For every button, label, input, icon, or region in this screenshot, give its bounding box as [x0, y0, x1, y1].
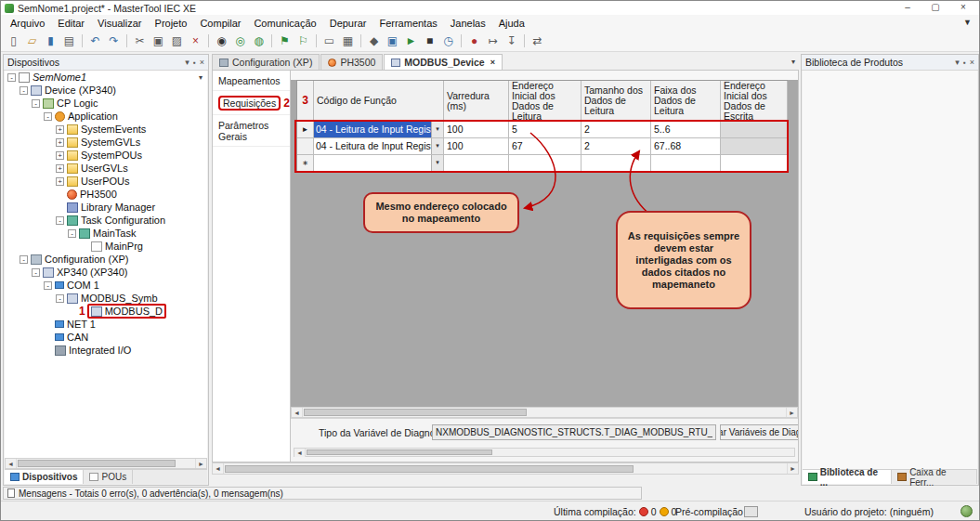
- new-project-icon[interactable]: ▯: [5, 33, 22, 50]
- nav-mapeamentos[interactable]: Mapeamentos: [213, 71, 290, 91]
- expand-icon[interactable]: -: [20, 255, 28, 264]
- tree-item-configuration-xp[interactable]: - Configuration (XP): [5, 253, 207, 266]
- messages-view-icon[interactable]: ▭: [320, 33, 338, 50]
- tab-dispositivos[interactable]: Dispositivos: [5, 470, 84, 484]
- scroll-left-icon[interactable]: ◄: [294, 449, 306, 457]
- print-icon[interactable]: ▤: [60, 33, 78, 50]
- varredura-cell[interactable]: [444, 155, 509, 172]
- scroll-left-icon[interactable]: ◄: [213, 463, 224, 474]
- scroll-right-icon[interactable]: ►: [787, 463, 798, 474]
- tab-modbus-device[interactable]: MODBUS_Device ×: [384, 54, 503, 70]
- open-project-icon[interactable]: ▱: [23, 33, 41, 50]
- tamanho-cell[interactable]: 2: [581, 122, 651, 138]
- tamanho-cell[interactable]: 2: [581, 138, 651, 155]
- menu-depurar[interactable]: Depurar: [323, 17, 373, 30]
- menu-projeto[interactable]: Projeto: [149, 17, 194, 30]
- tree-item-semnome1[interactable]: - SemNome1 ▾: [5, 71, 207, 84]
- start-icon[interactable]: ►: [402, 33, 420, 50]
- funcao-dropdown[interactable]: 04 - Leitura de Input Registers ▾: [314, 138, 444, 155]
- panel-dropdown-icon[interactable]: ▾: [955, 56, 960, 70]
- endereco-leitura-cell[interactable]: 67: [509, 138, 581, 155]
- expand-icon[interactable]: -: [44, 112, 52, 121]
- tree-item-device[interactable]: - Device (XP340): [5, 84, 207, 97]
- expand-icon[interactable]: +: [56, 177, 64, 186]
- row-selector[interactable]: [297, 138, 314, 155]
- funcao-dropdown[interactable]: ▾: [314, 155, 444, 172]
- tab-biblioteca[interactable]: Biblioteca de ...: [803, 470, 892, 484]
- funcao-dropdown[interactable]: 04 - Leitura de Input Registers ▾: [314, 122, 444, 138]
- scroll-left-icon[interactable]: ◄: [6, 459, 17, 468]
- tree-item-systempous[interactable]: + SystemPOUs: [5, 149, 207, 162]
- expand-icon[interactable]: -: [32, 99, 40, 108]
- tab-configuration-xp[interactable]: Configuration (XP): [212, 54, 320, 70]
- faixa-cell[interactable]: 5..6: [651, 122, 721, 138]
- tree-item-userpous[interactable]: + UserPOUs: [5, 175, 207, 188]
- redo-icon[interactable]: ↷: [105, 33, 123, 50]
- expand-icon[interactable]: -: [56, 216, 64, 225]
- tree-item-modbus-symbol[interactable]: - MODBUS_Symb: [5, 292, 207, 305]
- scroll-thumb[interactable]: [304, 409, 527, 416]
- expand-icon[interactable]: [44, 346, 52, 355]
- expand-icon[interactable]: +: [56, 164, 64, 173]
- tab-pous[interactable]: POUs: [84, 470, 133, 484]
- menu-ferramentas[interactable]: Ferramentas: [372, 17, 443, 30]
- expand-icon[interactable]: [44, 320, 52, 329]
- paste-icon[interactable]: ▨: [168, 33, 186, 50]
- menu-compilar[interactable]: Compilar: [193, 17, 247, 30]
- chevron-down-icon[interactable]: ▾: [431, 155, 443, 171]
- new-row-selector[interactable]: ∗: [297, 155, 314, 172]
- varredura-cell[interactable]: 100: [444, 138, 509, 155]
- tab-ph3500[interactable]: PH3500: [320, 54, 383, 70]
- tree-item-can[interactable]: CAN: [5, 331, 207, 344]
- expand-icon[interactable]: -: [44, 281, 52, 290]
- expand-icon[interactable]: -: [68, 229, 76, 238]
- tree-item-usergvls[interactable]: + UserGVLs: [5, 162, 207, 175]
- tree-item-com1[interactable]: - COM 1: [5, 279, 207, 292]
- diagnostics-hscrollbar[interactable]: ◄: [294, 448, 795, 457]
- search-in-files-icon[interactable]: ◎: [231, 33, 249, 50]
- expand-icon[interactable]: [56, 203, 64, 212]
- expand-icon[interactable]: +: [56, 125, 64, 134]
- expand-icon[interactable]: -: [20, 86, 28, 95]
- menu-visualizar[interactable]: Visualizar: [91, 17, 149, 30]
- nav-requisicoes[interactable]: Requisições 2: [213, 91, 290, 115]
- tree-root-dropdown-icon[interactable]: ▾: [199, 73, 203, 82]
- endereco-leitura-cell[interactable]: 5: [509, 122, 581, 138]
- scroll-right-icon[interactable]: ►: [195, 459, 206, 468]
- menu-ajuda[interactable]: Ajuda: [492, 17, 531, 30]
- project-settings-icon[interactable]: [744, 506, 758, 517]
- expand-icon[interactable]: [44, 333, 52, 342]
- varredura-cell[interactable]: 100: [444, 122, 509, 138]
- tree-item-application[interactable]: - Application: [5, 110, 207, 123]
- expand-icon[interactable]: -: [56, 294, 64, 303]
- expand-icon[interactable]: +: [56, 151, 64, 160]
- chevron-down-icon[interactable]: ▾: [431, 122, 443, 137]
- login-icon[interactable]: ▣: [384, 33, 401, 50]
- connection-status-icon[interactable]: [960, 505, 973, 517]
- sync-icon[interactable]: ⇄: [529, 33, 546, 50]
- tab-close-icon[interactable]: ×: [490, 58, 495, 67]
- tree-item-systemevents[interactable]: + SystemEvents: [5, 123, 207, 136]
- copy-icon[interactable]: ▣: [150, 33, 167, 50]
- search-icon[interactable]: ◉: [213, 33, 230, 50]
- tree-item-maintask[interactable]: - MainTask: [5, 227, 207, 240]
- tree-item-ph3500[interactable]: PH3500: [5, 188, 207, 201]
- toolbar-options-icon[interactable]: ▼: [963, 18, 972, 27]
- compile-icon[interactable]: ◆: [365, 33, 383, 50]
- menu-janelas[interactable]: Janelas: [444, 17, 492, 30]
- expand-icon[interactable]: [56, 190, 64, 199]
- generate-diagnostics-button[interactable]: Gerar Variáveis de Diagnósti: [720, 424, 798, 440]
- scroll-thumb[interactable]: [307, 449, 492, 455]
- pin-icon[interactable]: ▪: [193, 56, 196, 70]
- tree-item-mainprg[interactable]: MainPrg: [5, 240, 207, 253]
- row-selector[interactable]: ►: [297, 122, 314, 138]
- tree-item-systemgvls[interactable]: + SystemGVLs: [5, 136, 207, 149]
- messages-bar[interactable]: Mensagens - Totais 0 erro(s), 0 advertên…: [3, 487, 642, 500]
- cut-icon[interactable]: ✂: [131, 33, 149, 50]
- menu-comunicacao[interactable]: Comunicação: [247, 17, 322, 30]
- faixa-cell[interactable]: [651, 155, 721, 172]
- panel-dropdown-icon[interactable]: ▾: [185, 56, 189, 70]
- bookmark-icon[interactable]: ⚑: [276, 33, 294, 50]
- runtime-clock-icon[interactable]: ◷: [439, 33, 457, 50]
- scroll-thumb[interactable]: [225, 465, 634, 473]
